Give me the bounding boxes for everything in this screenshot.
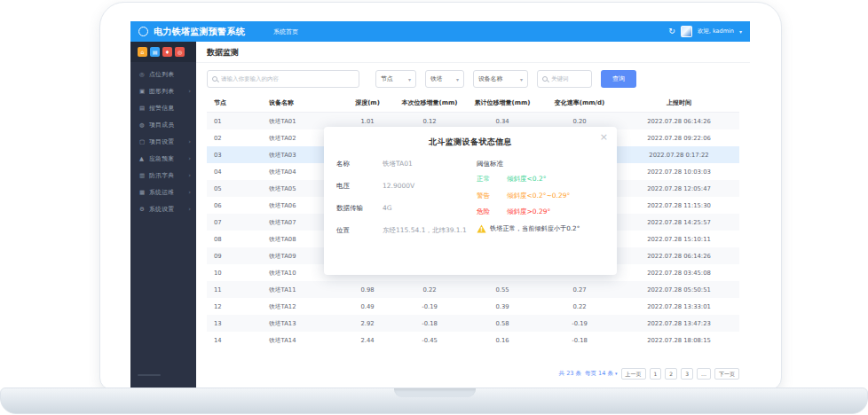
laptop-base-notch [394,388,476,397]
threshold-row: 警告倾斜度<0.2°~0.29° [477,192,604,200]
field-value: 东经115.54.1，北纬39.1.1 [383,226,467,235]
table-cell: 2022.07.28 18:08:15 [619,337,739,344]
column-header: 节点 [207,98,269,107]
welcome-text[interactable]: 欢迎, kadmin [698,27,734,35]
sidebar-item-1[interactable]: ▣图形列表› [130,82,196,99]
threshold-rule: 倾斜度<0.2° [507,175,546,184]
column-header: 累计位移增量(mm) [464,98,541,107]
column-header: 上报时间 [619,98,739,107]
chevron-down-icon: ▾ [456,76,459,82]
pagination-total: 共 23 条 [559,370,581,378]
page-ellipsis[interactable]: … [697,368,711,380]
sidebar-item-3[interactable]: ◍项目成员 [130,116,196,133]
home-icon[interactable]: ⌂ [138,47,147,57]
chevron-right-icon: › [188,172,191,179]
sidebar-menu: ◎点位列表▣图形列表›▤报警信息◍项目成员▢项目设置›▲应急预案›▥防汛字典›▦… [130,62,196,217]
filter-dropdown-2[interactable]: 设备名称▾ [473,70,528,88]
table-cell: 2022.07.28 15:10:11 [619,236,739,243]
table-cell: 02 [207,135,269,142]
table-cell: -0.45 [395,337,464,344]
threshold-rule: 倾斜度<0.2°~0.29° [507,192,570,200]
sidebar-item-2[interactable]: ▤报警信息 [130,99,196,116]
table-cell: 03 [207,152,269,159]
column-header: 设备名称 [269,98,340,107]
table-cell: 2022.07.28 05:50:51 [619,286,739,294]
target-icon: ◎ [139,71,149,78]
table-cell: 2.44 [340,337,395,344]
table-row[interactable]: 13铁塔TA132.92-0.180.58-0.192022.07.28 13:… [207,315,739,332]
table-cell: 09 [207,253,269,260]
filter-dropdown-1[interactable]: 铁塔▾ [425,70,464,88]
filter-bar: 节点▾铁塔▾设备名称▾ 查询 [207,70,739,88]
search-input-box[interactable] [207,70,359,88]
status-note-text: 铁塔正常，当前倾斜度小于0.2° [490,224,580,233]
modal-fields: 名称铁塔TA01电压12.9000V数据传输4G位置东经115.54.1，北纬3… [336,160,477,248]
sidebar-item-8[interactable]: ⚙系统设置› [130,200,196,217]
file-icon[interactable]: ▤ [150,47,160,57]
device-status-modal: × 北斗监测设备状态信息 名称铁塔TA01电压12.9000V数据传输4G位置东… [324,127,617,275]
field-value: 12.9000V [383,182,414,190]
search-icon [542,76,548,82]
sidebar-quick-icons: ⌂▤♦◎ [130,42,196,62]
field-value: 4G [383,204,392,212]
table-cell: 13 [207,320,269,327]
table-cell: 2022.07.28 10:03:03 [619,168,739,176]
page-button-2[interactable]: 2 [665,368,677,380]
field-label: 数据传输 [336,204,383,213]
next-page-button[interactable]: 下一页 [714,368,739,380]
query-button[interactable]: 查询 [601,70,636,88]
keyword-input-box[interactable] [537,70,592,88]
refresh-icon[interactable]: ↻ [668,27,675,35]
threshold-row: 正常倾斜度<0.2° [477,175,604,184]
table-cell: 0.22 [395,286,464,294]
avatar[interactable] [681,26,692,37]
keyword-input[interactable] [551,75,587,82]
modal-field-row: 数据传输4G [336,204,477,213]
page-size-label: 每页 14 条 [585,370,613,377]
nav-home[interactable]: 系统首页 [273,27,298,36]
alarm-icon[interactable]: ♦ [162,47,172,57]
threshold-title: 阈值标准 [477,160,604,168]
modal-title: 北斗监测设备状态信息 [324,137,617,148]
sidebar-item-6[interactable]: ▥防汛字典› [130,167,196,184]
table-cell: 2022.07.28 14:25:57 [619,219,739,226]
sidebar-item-4[interactable]: ▢项目设置› [130,133,196,150]
page-size-select[interactable]: 每页 14 条 ▾ [585,370,618,378]
table-cell: 2022.07.28 13:47:23 [619,320,739,327]
modal-field-row: 名称铁塔TA01 [336,160,477,168]
header-right: ↻ 欢迎, kadmin ▾ [668,26,742,37]
page-button-3[interactable]: 3 [681,368,693,380]
sidebar-item-7[interactable]: ▦系统运维› [130,184,196,200]
table-cell: 2022.07.28 12:05:47 [619,185,739,192]
column-header: 本次位移增量(mm) [395,98,464,107]
sidebar-scrollbar[interactable] [138,374,161,376]
table-cell: 2022.07.28 06:14:26 [619,253,739,260]
table-cell: 0.20 [541,118,619,125]
gear-icon: ⚙ [139,206,149,213]
sidebar-item-label: 系统设置 [149,205,174,214]
table-row[interactable]: 11铁塔TA110.980.220.550.272022.07.28 05:50… [207,281,739,298]
field-value: 铁塔TA01 [383,160,413,168]
table-row[interactable]: 14铁塔TA142.44-0.450.16-0.182022.07.28 18:… [207,332,739,348]
threshold-level: 正常 [477,175,507,184]
close-icon[interactable]: × [600,132,608,142]
sidebar-item-0[interactable]: ◎点位列表 [130,66,196,82]
chevron-down-icon[interactable]: ▾ [739,28,742,35]
sidebar-item-5[interactable]: ▲应急预案› [130,150,196,167]
search-input[interactable] [221,75,354,82]
prev-page-button[interactable]: 上一页 [621,368,646,380]
table-cell: 0.98 [340,286,395,294]
briefcase-icon: ▤ [139,105,149,112]
warning-icon: ▲ [139,155,149,162]
table-cell: 2022.07.28 11:15:30 [619,202,739,209]
filter-dropdown-0[interactable]: 节点▾ [375,70,416,88]
table-cell: 0.22 [541,303,619,310]
page-button-1[interactable]: 1 [650,368,662,380]
table-row[interactable]: 12铁塔TA120.49-0.190.390.222022.07.28 13:3… [207,298,739,315]
sidebar-item-label: 系统运维 [149,188,174,197]
dropdown-label: 铁塔 [430,74,443,83]
power-icon[interactable]: ◎ [175,47,185,57]
dropdown-label: 设备名称 [478,74,502,83]
table-cell: 2022.07.28 0:17:22 [619,152,739,159]
threshold-rule: 倾斜度>0.29° [507,208,550,216]
